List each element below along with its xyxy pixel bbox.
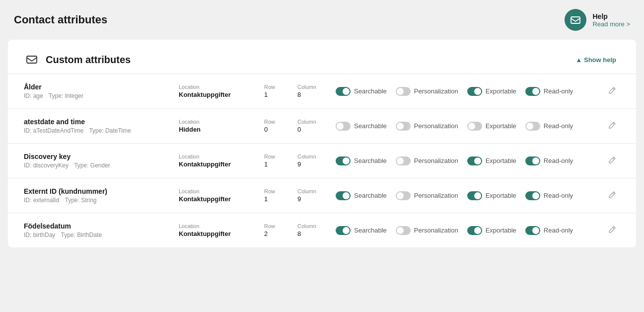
readonly-dot[interactable] xyxy=(525,156,540,165)
column-label: Column xyxy=(297,188,330,194)
attr-name: Födelsedatum xyxy=(24,222,173,230)
exportable-toggle[interactable]: Exportable xyxy=(467,122,516,131)
searchable-dot[interactable] xyxy=(336,191,351,200)
attr-id: ID: aTestDateAndTime xyxy=(24,127,83,134)
personalization-toggle[interactable]: Personalization xyxy=(396,87,458,96)
searchable-dot[interactable] xyxy=(336,122,351,131)
read-more-link[interactable]: Read more > xyxy=(592,20,630,28)
column-label: Column xyxy=(297,223,330,229)
searchable-dot[interactable] xyxy=(336,226,351,235)
readonly-toggle[interactable]: Read-only xyxy=(525,191,573,200)
attr-id: ID: age xyxy=(24,92,43,99)
searchable-dot[interactable] xyxy=(336,156,351,165)
exportable-toggle[interactable]: Exportable xyxy=(467,191,516,200)
searchable-label: Searchable xyxy=(354,192,387,199)
personalization-toggle[interactable]: Personalization xyxy=(396,226,458,235)
exportable-toggle[interactable]: Exportable xyxy=(467,156,516,165)
exportable-dot[interactable] xyxy=(467,122,482,131)
table-row: atestdate and time ID: aTestDateAndTime … xyxy=(8,109,636,144)
column-label: Column xyxy=(297,119,330,125)
attr-toggles: Searchable Personalization Exportable Re… xyxy=(336,191,598,200)
table-row: Discovery key ID: discoveryKey Type: Gen… xyxy=(8,144,636,178)
column-label: Column xyxy=(297,84,330,90)
column-label: Column xyxy=(297,154,330,159)
personalization-label: Personalization xyxy=(414,122,458,130)
location-label: Location xyxy=(179,223,258,229)
exportable-dot[interactable] xyxy=(467,191,482,200)
exportable-label: Exportable xyxy=(486,192,516,199)
readonly-dot[interactable] xyxy=(525,87,540,96)
attr-location-col: Location Kontaktuppgifter xyxy=(179,188,258,203)
readonly-toggle[interactable]: Read-only xyxy=(525,87,573,96)
attr-name: Discovery key xyxy=(24,153,173,160)
edit-button[interactable] xyxy=(604,154,620,168)
personalization-dot[interactable] xyxy=(396,226,411,235)
attr-type: Type: Gender xyxy=(74,162,110,169)
column-value: 8 xyxy=(297,230,330,237)
personalization-dot[interactable] xyxy=(396,156,411,165)
attr-meta: ID: age Type: Integer xyxy=(24,92,173,99)
readonly-dot[interactable] xyxy=(525,122,540,131)
attr-name-col: Ålder ID: age Type: Integer xyxy=(24,83,173,99)
attr-location-col: Location Kontaktuppgifter xyxy=(179,84,258,98)
searchable-toggle[interactable]: Searchable xyxy=(336,191,387,200)
personalization-label: Personalization xyxy=(414,87,458,95)
readonly-dot[interactable] xyxy=(525,226,540,235)
column-value: 0 xyxy=(297,126,330,133)
attr-location-col: Location Hidden xyxy=(179,119,258,133)
help-text: Help Read more > xyxy=(592,12,630,28)
exportable-dot[interactable] xyxy=(467,87,482,96)
personalization-toggle[interactable]: Personalization xyxy=(396,156,458,165)
personalization-dot[interactable] xyxy=(396,87,411,96)
searchable-toggle[interactable]: Searchable xyxy=(336,122,387,131)
attr-type: Type: BirthDate xyxy=(61,232,102,238)
edit-button[interactable] xyxy=(604,189,620,203)
personalization-toggle[interactable]: Personalization xyxy=(396,122,458,131)
attr-column-col: Column 9 xyxy=(297,154,330,168)
searchable-label: Searchable xyxy=(354,227,387,234)
row-label: Row xyxy=(264,119,291,125)
personalization-toggle[interactable]: Personalization xyxy=(396,191,458,200)
attr-type: Type: DateTime xyxy=(89,127,131,134)
attr-id: ID: externalId xyxy=(24,197,59,204)
readonly-label: Read-only xyxy=(544,87,573,95)
svg-rect-0 xyxy=(571,17,580,23)
readonly-toggle[interactable]: Read-only xyxy=(525,226,573,235)
attr-toggles: Searchable Personalization Exportable Re… xyxy=(336,87,598,96)
attr-toggles: Searchable Personalization Exportable Re… xyxy=(336,122,598,131)
readonly-label: Read-only xyxy=(544,157,573,164)
edit-button[interactable] xyxy=(604,224,620,237)
help-section: Help Read more > xyxy=(565,9,630,31)
attr-meta: ID: discoveryKey Type: Gender xyxy=(24,162,173,169)
personalization-dot[interactable] xyxy=(396,191,411,200)
readonly-toggle[interactable]: Read-only xyxy=(525,122,573,131)
attr-row-col: Row 2 xyxy=(264,223,291,237)
exportable-toggle[interactable]: Exportable xyxy=(467,87,516,96)
show-help-chevron: ▲ xyxy=(575,56,582,64)
exportable-dot[interactable] xyxy=(467,156,482,165)
custom-attributes-title: Custom attributes xyxy=(46,54,131,66)
readonly-toggle[interactable]: Read-only xyxy=(525,156,573,165)
attr-meta: ID: externalId Type: String xyxy=(24,197,173,204)
exportable-label: Exportable xyxy=(486,227,516,234)
location-value: Hidden xyxy=(179,126,258,133)
readonly-dot[interactable] xyxy=(525,191,540,200)
searchable-toggle[interactable]: Searchable xyxy=(336,87,387,96)
searchable-toggle[interactable]: Searchable xyxy=(336,226,387,235)
edit-button[interactable] xyxy=(604,84,620,98)
row-value: 1 xyxy=(264,91,291,98)
help-icon[interactable] xyxy=(565,9,586,31)
show-help-button[interactable]: ▲ Show help xyxy=(572,54,620,66)
edit-button[interactable] xyxy=(604,119,620,133)
attr-name: Ålder xyxy=(24,83,173,91)
readonly-label: Read-only xyxy=(544,227,573,234)
searchable-label: Searchable xyxy=(354,122,387,130)
main-card: Custom attributes ▲ Show help Ålder ID: … xyxy=(8,40,636,247)
exportable-toggle[interactable]: Exportable xyxy=(467,226,516,235)
attr-row-col: Row 1 xyxy=(264,188,291,203)
searchable-dot[interactable] xyxy=(336,87,351,96)
personalization-dot[interactable] xyxy=(396,122,411,131)
location-label: Location xyxy=(179,119,258,125)
searchable-toggle[interactable]: Searchable xyxy=(336,156,387,165)
exportable-dot[interactable] xyxy=(467,226,482,235)
